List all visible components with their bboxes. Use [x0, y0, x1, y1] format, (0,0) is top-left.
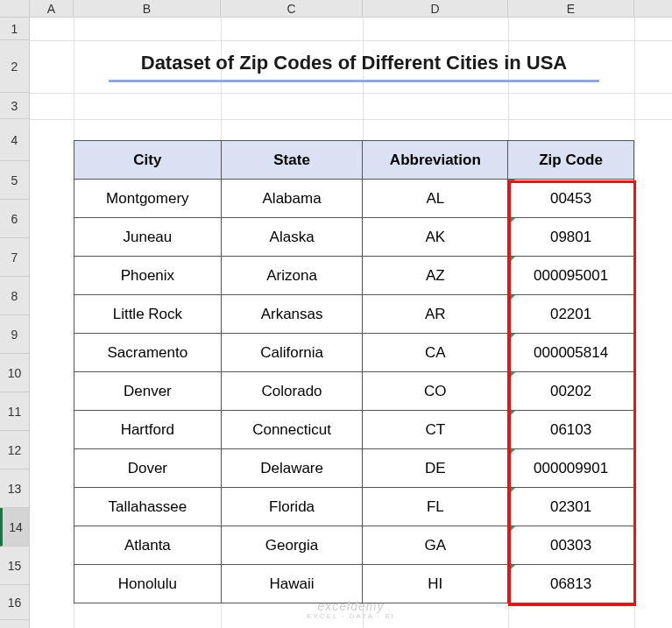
cell-state[interactable]: Arkansas [221, 295, 363, 334]
column-headers: A B C D E [30, 0, 672, 18]
table-row: Little RockArkansasAR02201 [74, 295, 634, 334]
table-row: DoverDelawareDE000009901 [74, 449, 634, 488]
page-title: Dataset of Zip Codes of Different Cities… [141, 52, 568, 74]
row-header-2[interactable]: 2 [0, 40, 29, 93]
cell-zip[interactable]: 000095001 [508, 257, 634, 295]
cell-zip[interactable]: 00453 [508, 180, 634, 218]
watermark-main: exceldemy [307, 600, 395, 613]
row-header-12[interactable]: 12 [0, 431, 29, 469]
table-row: JuneauAlaskaAK09801 [74, 218, 634, 257]
header-zip[interactable]: Zip Code [508, 141, 634, 180]
cell-zip[interactable]: 02201 [508, 295, 634, 334]
cell-zip[interactable]: 02301 [508, 488, 634, 526]
row-header-16[interactable]: 16 [0, 585, 29, 620]
cell-state[interactable]: California [221, 334, 363, 372]
cell-city[interactable]: Montgomery [74, 180, 222, 218]
worksheet-grid[interactable]: Dataset of Zip Codes of Different Cities… [30, 18, 672, 628]
header-state[interactable]: State [221, 141, 363, 180]
title-underline [109, 80, 599, 82]
cell-city[interactable]: Dover [74, 449, 222, 488]
cell-abbr[interactable]: FL [363, 488, 508, 526]
cell-city[interactable]: Hartford [74, 411, 222, 449]
title-cell[interactable]: Dataset of Zip Codes of Different Cities… [74, 40, 634, 93]
select-all-corner[interactable] [0, 0, 30, 18]
cell-city[interactable]: Juneau [74, 218, 222, 257]
watermark: exceldemy EXCEL · DATA · BI [307, 600, 395, 621]
cell-abbr[interactable]: CA [363, 334, 508, 372]
col-header-A[interactable]: A [30, 0, 74, 17]
cell-state[interactable]: Alabama [221, 180, 363, 218]
watermark-sub: EXCEL · DATA · BI [307, 613, 395, 621]
cell-abbr[interactable]: GA [363, 526, 508, 565]
cell-state[interactable]: Georgia [221, 526, 363, 565]
row-header-13[interactable]: 13 [0, 469, 29, 508]
table-row: HartfordConnecticutCT06103 [74, 411, 634, 449]
cell-abbr[interactable]: AK [363, 218, 508, 257]
row-header-6[interactable]: 6 [0, 200, 29, 238]
data-table: City State Abbreviation Zip Code Montgom… [74, 140, 634, 603]
table-row: PhoenixArizonaAZ000095001 [74, 257, 634, 295]
row-header-15[interactable]: 15 [0, 547, 29, 585]
cell-city[interactable]: Tallahassee [74, 488, 222, 526]
cell-state[interactable]: Alaska [221, 218, 363, 257]
cell-state[interactable]: Colorado [221, 372, 363, 411]
table-row: HonoluluHawaiiHI06813 [74, 565, 634, 603]
cell-zip[interactable]: 000005814 [508, 334, 634, 372]
cell-abbr[interactable]: CT [363, 411, 508, 449]
cell-abbr[interactable]: AZ [363, 257, 508, 295]
row-header-10[interactable]: 10 [0, 354, 29, 392]
cell-state[interactable]: Hawaii [221, 565, 363, 603]
table-header-row: City State Abbreviation Zip Code [74, 141, 634, 180]
col-header-E[interactable]: E [508, 0, 634, 17]
row-header-7[interactable]: 7 [0, 238, 29, 277]
table-row: DenverColoradoCO00202 [74, 372, 634, 411]
cell-state[interactable]: Delaware [221, 449, 363, 488]
cell-city[interactable]: Atlanta [74, 526, 222, 565]
cell-state[interactable]: Connecticut [221, 411, 363, 449]
row-header-1[interactable]: 1 [0, 18, 29, 40]
row-header-3[interactable]: 3 [0, 93, 29, 119]
col-header-C[interactable]: C [221, 0, 363, 17]
cell-abbr[interactable]: HI [363, 565, 508, 603]
header-abbr[interactable]: Abbreviation [363, 141, 508, 180]
cell-zip[interactable]: 06813 [508, 565, 634, 603]
row-header-8[interactable]: 8 [0, 277, 29, 315]
table-row: MontgomeryAlabamaAL00453 [74, 180, 634, 218]
table-row: TallahasseeFloridaFL02301 [74, 488, 634, 526]
cell-state[interactable]: Florida [221, 488, 363, 526]
cell-zip[interactable]: 000009901 [508, 449, 634, 488]
cell-city[interactable]: Honolulu [74, 565, 222, 603]
cell-zip[interactable]: 00202 [508, 372, 634, 411]
cell-abbr[interactable]: AR [363, 295, 508, 334]
row-header-14[interactable]: 14 [0, 508, 29, 547]
cell-zip[interactable]: 09801 [508, 218, 634, 257]
cell-zip[interactable]: 06103 [508, 411, 634, 449]
cell-state[interactable]: Arizona [221, 257, 363, 295]
row-header-5[interactable]: 5 [0, 161, 29, 200]
row-header-9[interactable]: 9 [0, 315, 29, 354]
cell-city[interactable]: Little Rock [74, 295, 222, 334]
cell-city[interactable]: Denver [74, 372, 222, 411]
cell-city[interactable]: Sacramento [74, 334, 222, 372]
cell-zip[interactable]: 00303 [508, 526, 634, 565]
row-header-4[interactable]: 4 [0, 119, 29, 161]
cell-abbr[interactable]: DE [363, 449, 508, 488]
row-header-11[interactable]: 11 [0, 392, 29, 431]
col-header-D[interactable]: D [363, 0, 508, 17]
row-headers: 1 2 3 4 5 6 7 8 9 10 11 12 13 14 15 16 [0, 18, 30, 628]
header-city[interactable]: City [74, 141, 222, 180]
table-row: SacramentoCaliforniaCA000005814 [74, 334, 634, 372]
cell-abbr[interactable]: AL [363, 180, 508, 218]
cell-abbr[interactable]: CO [363, 372, 508, 411]
cell-city[interactable]: Phoenix [74, 257, 222, 295]
col-header-B[interactable]: B [74, 0, 221, 17]
table-row: AtlantaGeorgiaGA00303 [74, 526, 634, 565]
